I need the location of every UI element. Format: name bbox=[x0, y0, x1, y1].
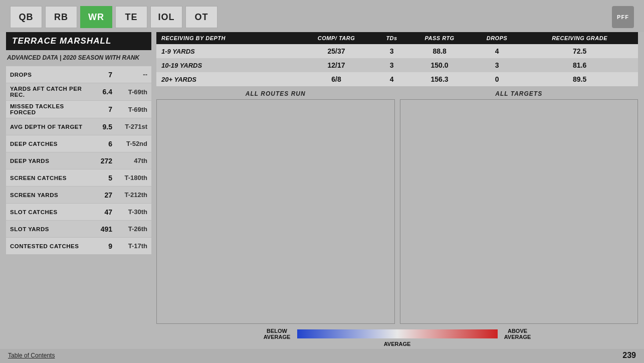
cell-drops: 4 bbox=[473, 44, 521, 58]
tab-te[interactable]: TE bbox=[115, 6, 147, 28]
footer-bar: Table of Contents 239 bbox=[0, 353, 644, 363]
legend-center-label: AVERAGE bbox=[384, 345, 411, 351]
stat-value: 9 bbox=[87, 242, 112, 250]
stat-value: 5 bbox=[87, 174, 112, 182]
stat-row: SLOT YARDS 491 T-26th bbox=[6, 221, 151, 238]
legend-wrapper: BELOWAVERAGE ABOVEAVERAGE AVERAGE bbox=[156, 332, 638, 349]
cell-comp: 25/37 bbox=[296, 44, 377, 58]
stat-value: 27 bbox=[87, 191, 112, 199]
stat-row: AVG DEPTH OF TARGET 9.5 T-271st bbox=[6, 118, 151, 135]
table-row: 1-9 YARDS 25/37 3 88.8 4 72.5 bbox=[156, 44, 638, 58]
col-header-grade: RECEIVING GRADE bbox=[521, 32, 638, 44]
col-header-depth: RECEIVING BY DEPTH bbox=[156, 32, 296, 44]
cell-passrtg: 150.0 bbox=[406, 58, 473, 72]
stat-rank: T-30th bbox=[112, 208, 147, 216]
stat-row: SCREEN YARDS 27 T-212th bbox=[6, 187, 151, 204]
tab-qb[interactable]: QB bbox=[10, 6, 42, 28]
page-wrapper: QB RB WR TE IOL OT PFF TERRACE MARSHALL … bbox=[0, 0, 644, 363]
cell-passrtg: 88.8 bbox=[406, 44, 473, 58]
heatmap-right: ALL TARGETS bbox=[400, 90, 638, 328]
left-panel: TERRACE MARSHALL ADVANCED DATA | 2020 SE… bbox=[6, 32, 151, 349]
col-header-drops: DROPS bbox=[473, 32, 521, 44]
pff-logo: PFF bbox=[612, 6, 634, 28]
stat-value: 272 bbox=[87, 157, 112, 165]
stat-value: 491 bbox=[87, 225, 112, 233]
heatmap-left-title: ALL ROUTES RUN bbox=[246, 90, 306, 97]
cell-passrtg: 156.3 bbox=[406, 72, 473, 86]
main-content: TERRACE MARSHALL ADVANCED DATA | 2020 SE… bbox=[0, 32, 644, 353]
cell-drops: 3 bbox=[473, 58, 521, 72]
cell-tds: 4 bbox=[377, 72, 406, 86]
stat-row: DEEP CATCHES 6 T-52nd bbox=[6, 135, 151, 152]
player-name-box: TERRACE MARSHALL bbox=[6, 32, 151, 50]
table-row: 10-19 YARDS 12/17 3 150.0 3 81.6 bbox=[156, 58, 638, 72]
legend-above-label: ABOVEAVERAGE bbox=[498, 332, 538, 344]
stat-label: CONTESTED CATCHES bbox=[10, 243, 87, 249]
heatmap-right-title: ALL TARGETS bbox=[495, 90, 542, 97]
cell-depth: 20+ YARDS bbox=[156, 72, 296, 86]
stat-rank: -- bbox=[112, 71, 147, 78]
stat-rank: T-212th bbox=[112, 191, 147, 199]
receiving-table: RECEIVING BY DEPTH COMP/ TARG TDs PASS R… bbox=[156, 32, 638, 86]
stat-label: YARDS AFT CATCH PER REC. bbox=[10, 86, 87, 98]
stat-value: 6.4 bbox=[87, 88, 112, 96]
tab-rb[interactable]: RB bbox=[45, 6, 77, 28]
stat-rank: T-17th bbox=[112, 242, 147, 250]
player-name: TERRACE MARSHALL bbox=[12, 36, 111, 46]
toc-link[interactable]: Table of Contents bbox=[8, 356, 55, 363]
stat-value: 7 bbox=[87, 105, 112, 113]
heatmap-right-box bbox=[400, 99, 638, 328]
tab-iol[interactable]: IOL bbox=[150, 6, 182, 28]
page-number: 239 bbox=[622, 355, 636, 363]
tab-ot[interactable]: OT bbox=[185, 6, 218, 28]
cell-drops: 0 bbox=[473, 72, 521, 86]
col-header-comp: COMP/ TARG bbox=[296, 32, 377, 44]
stats-container: DROPS 7 -- YARDS AFT CATCH PER REC. 6.4 … bbox=[6, 66, 151, 255]
stat-label: DROPS bbox=[10, 72, 87, 78]
stat-row: SCREEN CATCHES 5 T-180th bbox=[6, 169, 151, 187]
cell-depth: 10-19 YARDS bbox=[156, 58, 296, 72]
heatmap-left-box bbox=[156, 99, 395, 328]
cell-grade: 81.6 bbox=[521, 58, 638, 72]
stat-label: SCREEN YARDS bbox=[10, 192, 87, 198]
stat-value: 7 bbox=[87, 71, 112, 79]
table-row: 20+ YARDS 6/8 4 156.3 0 89.5 bbox=[156, 72, 638, 86]
legend-gradient bbox=[297, 333, 498, 342]
stat-rank: 47th bbox=[112, 157, 147, 164]
stat-rank: T-69th bbox=[112, 88, 147, 96]
tab-wr[interactable]: WR bbox=[80, 6, 112, 28]
heatmaps-row: ALL ROUTES RUN ALL TARGETS bbox=[156, 90, 638, 328]
cell-tds: 3 bbox=[377, 44, 406, 58]
cell-tds: 3 bbox=[377, 58, 406, 72]
stat-row: SLOT CATCHES 47 T-30th bbox=[6, 204, 151, 221]
cell-comp: 12/17 bbox=[296, 58, 377, 72]
stat-row: DEEP YARDS 272 47th bbox=[6, 152, 151, 169]
stat-row: MISSED TACKLES FORCED 7 T-69th bbox=[6, 101, 151, 118]
right-panel: RECEIVING BY DEPTH COMP/ TARG TDs PASS R… bbox=[156, 32, 638, 349]
cell-comp: 6/8 bbox=[296, 72, 377, 86]
cell-grade: 89.5 bbox=[521, 72, 638, 86]
stat-label: DEEP YARDS bbox=[10, 158, 87, 164]
heatmap-left: ALL ROUTES RUN bbox=[156, 90, 395, 328]
stat-label: SLOT YARDS bbox=[10, 226, 87, 232]
stat-row: CONTESTED CATCHES 9 T-17th bbox=[6, 238, 151, 255]
col-header-passrtg: PASS RTG bbox=[406, 32, 473, 44]
top-nav: QB RB WR TE IOL OT PFF bbox=[0, 0, 644, 32]
stat-label: SCREEN CATCHES bbox=[10, 175, 87, 181]
cell-depth: 1-9 YARDS bbox=[156, 44, 296, 58]
stat-label: DEEP CATCHES bbox=[10, 141, 87, 147]
stat-rank: T-271st bbox=[112, 123, 147, 130]
season-label: ADVANCED DATA | 2020 SEASON WITH RANK bbox=[6, 54, 151, 61]
stat-value: 6 bbox=[87, 140, 112, 148]
stat-label: SLOT CATCHES bbox=[10, 209, 87, 215]
legend-below-label: BELOWAVERAGE bbox=[257, 332, 297, 344]
stat-value: 47 bbox=[87, 208, 112, 216]
stat-row: YARDS AFT CATCH PER REC. 6.4 T-69th bbox=[6, 83, 151, 101]
stat-label: MISSED TACKLES FORCED bbox=[10, 103, 87, 115]
col-header-tds: TDs bbox=[377, 32, 406, 44]
stat-rank: T-180th bbox=[112, 174, 147, 182]
stat-row: DROPS 7 -- bbox=[6, 66, 151, 83]
stat-label: AVG DEPTH OF TARGET bbox=[10, 124, 87, 130]
stat-rank: T-26th bbox=[112, 225, 147, 233]
cell-grade: 72.5 bbox=[521, 44, 638, 58]
